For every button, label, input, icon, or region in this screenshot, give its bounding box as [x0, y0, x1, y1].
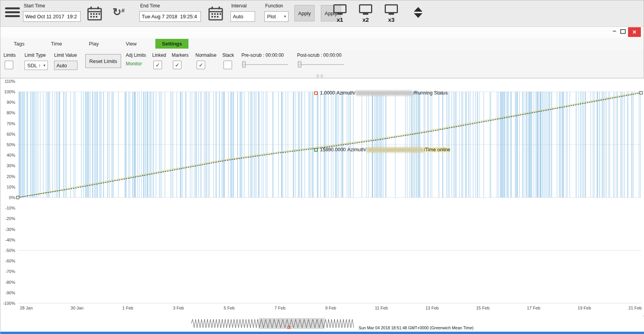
- tab-bar: Tags Time Play View Settings: [0, 38, 644, 49]
- chart-canvas[interactable]: 110%100%90%80%70%60%50%40%30%20%10%0%-10…: [0, 79, 644, 316]
- svg-text:9 Feb: 9 Feb: [325, 306, 336, 310]
- refresh-count-button[interactable]: ↻#: [113, 7, 125, 17]
- calendar-icon: [208, 6, 223, 21]
- tab-settings[interactable]: Settings: [155, 39, 188, 49]
- maximize-button[interactable]: [620, 29, 626, 34]
- legend-marker-time-online-icon: [314, 148, 318, 152]
- scrub-waveform[interactable]: [0, 317, 644, 332]
- refresh-icon: ↻: [113, 6, 121, 18]
- svg-text:3 Feb: 3 Feb: [173, 306, 184, 310]
- markers-checkbox[interactable]: ✓: [173, 61, 181, 69]
- trend-application-window: Start Time ↻# End Time: [0, 0, 644, 334]
- linked-label: Linked: [152, 52, 166, 58]
- svg-text:60%: 60%: [7, 132, 15, 136]
- chevron-down-icon: ▼: [283, 15, 287, 18]
- svg-text:-70%: -70%: [5, 269, 15, 274]
- tab-view[interactable]: View: [113, 41, 150, 47]
- svg-text:80%: 80%: [7, 110, 15, 115]
- svg-text:-30%: -30%: [5, 227, 15, 232]
- triangle-down-icon: [414, 13, 422, 18]
- bottom-progress-bar: [0, 332, 644, 334]
- legend-suffix: /Time online: [424, 147, 450, 152]
- menu-icon[interactable]: [5, 7, 20, 19]
- tab-time[interactable]: Time: [38, 41, 75, 47]
- window-title-bar: – ✕: [0, 27, 644, 38]
- limits-label: Limits: [4, 52, 16, 58]
- normalise-checkbox[interactable]: ✓: [197, 61, 205, 69]
- svg-text:1 Feb: 1 Feb: [122, 306, 133, 310]
- svg-text:110%: 110%: [5, 79, 16, 84]
- linked-checkbox[interactable]: ✓: [153, 61, 162, 69]
- limit-type-select[interactable]: SDL ↑ ▼: [25, 61, 48, 70]
- monitor-x3-button[interactable]: x3: [383, 4, 399, 23]
- svg-text:-10%: -10%: [5, 206, 15, 210]
- pre-scrub-label: Pre-scrub : 00:00:00: [241, 52, 284, 58]
- function-label: Function: [265, 3, 283, 9]
- limit-type-value: SDL ↑: [27, 63, 41, 68]
- svg-text:28 Jan: 28 Jan: [20, 306, 33, 310]
- function-select-value: Plot: [267, 14, 276, 19]
- apply-button[interactable]: Apply: [294, 5, 315, 21]
- svg-text:30 Jan: 30 Jan: [70, 306, 83, 310]
- svg-text:-100%: -100%: [3, 301, 15, 306]
- pre-scrub-slider[interactable]: [242, 64, 288, 65]
- svg-text:-60%: -60%: [5, 259, 15, 263]
- stack-checkbox[interactable]: [223, 61, 232, 69]
- hash-icon: #: [121, 7, 125, 14]
- monitor-icon: [333, 4, 347, 13]
- svg-text:100%: 100%: [4, 89, 15, 94]
- monitor-x3-label: x3: [383, 16, 399, 23]
- monitor-x2-label: x2: [357, 16, 374, 23]
- monitor-x1-label: x1: [332, 16, 348, 23]
- tab-play[interactable]: Play: [75, 41, 113, 47]
- reset-limits-button[interactable]: Reset Limits: [85, 54, 121, 68]
- limit-type-label: Limit Type: [25, 52, 46, 58]
- end-time-input[interactable]: [139, 11, 201, 22]
- svg-text:20%: 20%: [7, 174, 15, 179]
- chevron-down-icon: ▼: [43, 64, 46, 67]
- check-icon: ✓: [199, 62, 203, 68]
- start-time-input[interactable]: [23, 11, 81, 22]
- legend-running-status[interactable]: 1.0000Azimuth//Running Status: [314, 90, 448, 96]
- monitor-x2-button[interactable]: x2: [357, 4, 374, 23]
- interval-input[interactable]: [231, 11, 255, 22]
- svg-text:7 Feb: 7 Feb: [274, 306, 285, 310]
- monitor-icon: [359, 4, 372, 13]
- adj-limits-monitor-link[interactable]: Monitor: [126, 61, 142, 66]
- calendar-icon: [87, 6, 102, 21]
- svg-text:0%: 0%: [9, 195, 15, 200]
- end-calendar-button[interactable]: [208, 6, 223, 23]
- normalise-label: Normalise: [195, 52, 216, 58]
- legend-prefix: Azimuth/: [347, 147, 366, 152]
- svg-text:11 Feb: 11 Feb: [375, 306, 388, 310]
- interval-label: Interval: [231, 3, 246, 9]
- svg-text:30%: 30%: [7, 163, 15, 168]
- svg-text:13 Feb: 13 Feb: [426, 306, 439, 310]
- close-button[interactable]: ✕: [628, 27, 641, 37]
- post-scrub-slider-thumb[interactable]: [298, 61, 301, 68]
- svg-text:21 Feb: 21 Feb: [628, 306, 642, 310]
- limit-value-input[interactable]: [54, 61, 77, 70]
- function-select[interactable]: Plot ▼: [264, 11, 289, 22]
- legend-time-online[interactable]: 15890.0000Azimuth//Time online: [314, 147, 450, 152]
- svg-text:-90%: -90%: [5, 290, 15, 295]
- adj-limits-label: Adj Limits: [126, 52, 146, 58]
- pre-scrub-slider-thumb[interactable]: [242, 61, 246, 68]
- panel-resize-handle[interactable]: ||·||: [317, 74, 323, 78]
- trend-chart: 110%100%90%80%70%60%50%40%30%20%10%0%-10…: [0, 78, 644, 315]
- stack-label: Stack: [222, 52, 234, 58]
- svg-text:-20%: -20%: [5, 216, 15, 221]
- monitor-x1-button[interactable]: x1: [332, 4, 348, 23]
- minimize-button[interactable]: –: [610, 28, 619, 36]
- post-scrub-slider[interactable]: [298, 64, 344, 65]
- svg-text:-40%: -40%: [5, 238, 15, 242]
- start-calendar-button[interactable]: [87, 6, 102, 23]
- expand-collapse-icon[interactable]: [414, 7, 422, 18]
- legend-marker-running-status-icon: [314, 91, 318, 95]
- svg-text:15 Feb: 15 Feb: [476, 306, 489, 310]
- tab-tags[interactable]: Tags: [0, 41, 38, 47]
- limit-value-label: Limit Value: [54, 52, 77, 58]
- legend-value: 1.0000: [320, 90, 335, 96]
- limits-checkbox[interactable]: [5, 61, 13, 69]
- svg-text:40%: 40%: [7, 153, 15, 157]
